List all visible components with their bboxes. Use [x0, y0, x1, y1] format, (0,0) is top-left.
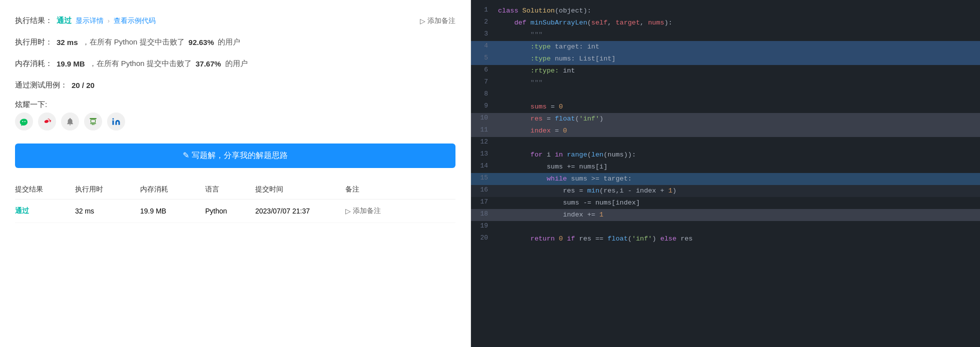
line-number: 8 — [471, 90, 496, 98]
play-icon-small: ▷ — [345, 207, 351, 215]
code-line: 17 sums -= nums[index] — [471, 197, 980, 209]
col-header-submit-time: 提交时间 — [255, 185, 345, 194]
line-content: index = 0 — [496, 126, 980, 136]
code-line: 14 sums += nums[i] — [471, 161, 980, 173]
line-number: 14 — [471, 162, 496, 170]
table-header: 提交结果 执行用时 内存消耗 语言 提交时间 备注 — [15, 180, 455, 200]
mem-label: 内存消耗： — [15, 59, 53, 68]
line-content: def minSubArrayLen(self, target, nums): — [496, 18, 980, 28]
exec-time-label: 执行用时： — [15, 38, 53, 47]
exec-time-pct: 92.63% — [189, 38, 214, 46]
line-number: 16 — [471, 186, 496, 194]
status-badge: 通过 — [57, 16, 72, 26]
mem-value: 19.9 MB — [57, 60, 85, 68]
row-memory: 19.9 MB — [140, 207, 205, 215]
line-content: :rtype: int — [496, 66, 980, 76]
table-row: 通过 32 ms 19.9 MB Python 2023/07/07 21:37… — [15, 200, 455, 223]
mem-pct: 37.67% — [196, 60, 221, 68]
col-header-note: 备注 — [345, 185, 405, 194]
line-content: sums += nums[i] — [496, 162, 980, 172]
code-line: 4 :type target: int — [471, 41, 980, 53]
weibo-icon[interactable] — [38, 112, 56, 130]
write-solution-button[interactable]: ✎ 写题解，分享我的解题思路 — [15, 144, 455, 168]
line-number: 17 — [471, 198, 496, 206]
notification-icon[interactable] — [61, 112, 79, 130]
add-note-button[interactable]: ▷ 添加备注 — [420, 16, 455, 26]
exec-time-value: 32 ms — [57, 38, 78, 46]
svg-rect-4 — [94, 124, 95, 125]
mem-desc: ，在所有 Python 提交中击败了 — [89, 59, 192, 68]
line-number: 6 — [471, 66, 496, 74]
code-line: 1class Solution(object): — [471, 5, 980, 17]
line-number: 2 — [471, 18, 496, 26]
line-number: 7 — [471, 78, 496, 86]
col-header-memory: 内存消耗 — [140, 185, 205, 194]
line-number: 4 — [471, 42, 496, 50]
result-label: 执行结果： — [15, 16, 53, 26]
svg-rect-2 — [90, 124, 96, 124]
line-number: 1 — [471, 6, 496, 14]
line-number: 20 — [471, 234, 496, 242]
col-header-language: 语言 — [205, 185, 255, 194]
code-editor[interactable]: 1class Solution(object):2 def minSubArra… — [471, 0, 980, 347]
line-content: sums = 0 — [496, 102, 980, 112]
line-content: index += 1 — [496, 210, 980, 220]
memory-row: 内存消耗： 19.9 MB ，在所有 Python 提交中击败了 37.67% … — [15, 53, 455, 74]
line-content: for i in range(len(nums)): — [496, 150, 980, 160]
exec-time-suffix: 的用户 — [218, 38, 240, 47]
code-line: 16 res = min(res,i - index + 1) — [471, 185, 980, 197]
line-number: 12 — [471, 138, 496, 146]
chevron-icon: › — [108, 18, 110, 24]
line-content: while sums >= target: — [496, 174, 980, 184]
left-panel: 执行结果： 通过 显示详情 › 查看示例代码 ▷ 添加备注 执行用时： 32 m… — [0, 0, 470, 347]
code-line: 19 — [471, 221, 980, 233]
exec-time-desc: ，在所有 Python 提交中击败了 — [82, 38, 185, 47]
code-line: 3 """ — [471, 29, 980, 41]
code-line: 13 for i in range(len(nums)): — [471, 149, 980, 161]
exec-time-row: 执行用时： 32 ms ，在所有 Python 提交中击败了 92.63% 的用… — [15, 32, 455, 53]
code-line: 11 index = 0 — [471, 125, 980, 137]
line-content: :type target: int — [496, 42, 980, 52]
code-line: 2 def minSubArrayLen(self, target, nums)… — [471, 17, 980, 29]
row-exec-time: 32 ms — [75, 207, 140, 215]
play-icon: ▷ — [420, 17, 425, 25]
line-number: 9 — [471, 102, 496, 110]
view-example-link[interactable]: 查看示例代码 — [114, 16, 156, 26]
code-line: 9 sums = 0 — [471, 101, 980, 113]
test-label: 通过测试用例： — [15, 80, 68, 90]
svg-rect-0 — [90, 118, 97, 119]
line-content: res = float('inf') — [496, 114, 980, 124]
douban-icon[interactable] — [84, 112, 102, 130]
social-icons-row — [15, 112, 455, 138]
line-content: """ — [496, 30, 980, 40]
wechat-icon[interactable] — [15, 112, 33, 130]
code-line: 8 — [471, 89, 980, 101]
test-count-value: 20 / 20 — [72, 81, 95, 90]
code-line: 20 return 0 if res == float('inf') else … — [471, 233, 980, 245]
svg-rect-1 — [91, 120, 96, 122]
code-container: 1class Solution(object):2 def minSubArra… — [471, 0, 980, 250]
svg-rect-3 — [92, 124, 93, 125]
line-number: 18 — [471, 210, 496, 218]
code-line: 18 index += 1 — [471, 209, 980, 221]
line-number: 5 — [471, 54, 496, 62]
row-language: Python — [205, 207, 255, 215]
line-content: res = min(res,i - index + 1) — [496, 186, 980, 196]
row-status: 通过 — [15, 206, 75, 216]
linkedin-icon[interactable] — [107, 112, 125, 130]
code-line: 6 :rtype: int — [471, 65, 980, 77]
line-content: sums -= nums[index] — [496, 198, 980, 208]
line-content: :type nums: List[int] — [496, 54, 980, 64]
line-number: 11 — [471, 126, 496, 134]
line-number: 15 — [471, 174, 496, 182]
row-add-note-button[interactable]: ▷ 添加备注 — [345, 206, 405, 216]
col-header-exec-time: 执行用时 — [75, 185, 140, 194]
share-label: 炫耀一下: — [15, 96, 455, 112]
mem-suffix: 的用户 — [225, 59, 248, 68]
code-line: 5 :type nums: List[int] — [471, 53, 980, 65]
line-content: """ — [496, 78, 980, 88]
line-number: 3 — [471, 30, 496, 38]
submission-table: 提交结果 执行用时 内存消耗 语言 提交时间 备注 通过 32 ms 19.9 … — [15, 180, 455, 223]
row-submit-time: 2023/07/07 21:37 — [255, 207, 345, 215]
show-detail-link[interactable]: 显示详情 — [76, 16, 104, 26]
